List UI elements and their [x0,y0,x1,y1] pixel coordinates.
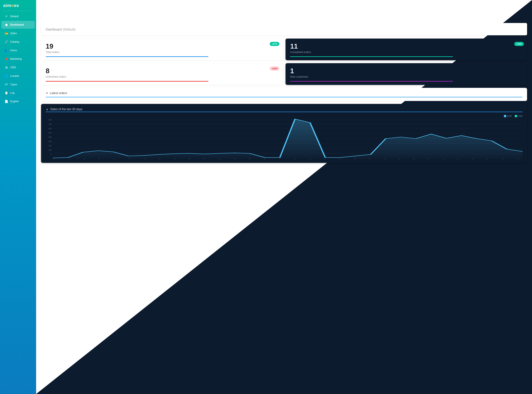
stat-unfinished-orders: 8 Unfinished orders +33% [41,63,283,85]
chevron-up-icon: ▲ [46,108,49,111]
y-label-500: 500 [46,132,52,134]
usd-dot [515,115,517,117]
x-label: May 10 [486,159,491,160]
sidebar-item-label: Catalog [10,40,19,43]
x-label: Apr 21 [203,159,208,160]
marketing-icon: 📣 [5,57,8,61]
sidebar-item-default[interactable]: ≡ Default [1,12,35,20]
x-label: May 11 [502,159,506,160]
stat-number: 8 [46,67,278,75]
sidebar-item-locales[interactable]: 🌐 Locales [1,72,35,80]
x-label: May 7 [442,159,446,160]
sidebar-item-label: Marketing [10,57,22,60]
stat-bar [290,56,453,57]
users-icon: 👥 [5,49,8,52]
chart-legend: EUR USD [46,115,522,117]
x-label: Apr 19 [173,159,178,160]
locales-icon: 🌐 [5,74,8,78]
sidebar-item-catalog[interactable]: 🔗 Catalog [1,38,35,46]
sidebar-item-label: Log [10,91,15,94]
x-label: May 1 [354,159,358,160]
stat-label: Unfinished orders [46,75,278,78]
x-label: Apr 16 [128,159,132,160]
grid-icon: ≡ [5,15,8,18]
y-label-0: 0 [46,153,52,155]
sidebar-item-marketing[interactable]: 📣 Marketing [1,55,35,63]
usd-label: USD [518,115,522,117]
sidebar-item-label: Default [10,15,19,18]
latest-orders-header[interactable]: ▼ Latest orders [46,91,522,95]
chart-divider [46,112,522,112]
sales-chart-panel: ▲ Sales of the last 30 days EUR USD 0 [41,104,527,163]
dashboard-icon: ◉ [5,23,8,27]
sidebar-item-sales[interactable]: 💳 Sales [1,29,35,37]
x-label: Apr 17 [143,159,147,160]
stat-number: 1 [290,67,522,75]
x-label: Apr 25 [264,159,268,160]
x-labels: Apr 11 Apr 12 Apr 13 Apr 14 Apr 15 Apr 1… [53,159,522,160]
x-label: Apr 23 [234,159,238,160]
chevron-down-icon: ▼ [46,92,48,95]
panel-divider [46,97,522,97]
x-label: Apr 13 [83,159,87,160]
stat-bar [46,81,208,82]
cms-icon: ⊞ [5,66,8,69]
stat-bar [46,56,208,57]
stat-badge: +27% [270,42,279,46]
sidebar-item-label: Sales [10,32,17,35]
english-icon: 📄 [5,100,8,103]
x-label: Apr 22 [219,159,223,160]
sidebar-item-log[interactable]: 📋 Log [1,89,35,97]
sidebar-item-label: Types [10,83,17,86]
chart-container: 0 100 200 300 400 500 600 700 800 [46,119,522,160]
chart-title: Sales of the last 30 days [50,108,83,111]
x-label: Apr 29 [324,159,328,160]
eur-label: EUR [507,115,512,117]
y-label-300: 300 [46,140,52,142]
sidebar-item-cms[interactable]: ⊞ CMS [1,63,35,71]
x-label: May 2 [369,159,373,160]
x-label: Apr 27 [294,159,298,160]
stat-badge: +22% [514,42,524,46]
y-label-100: 100 [46,149,52,151]
x-label: Apr 11 [53,159,57,160]
sidebar-item-label: CMS [10,66,16,69]
stat-bar [290,81,453,82]
sidebar-item-english[interactable]: 📄 English [1,98,35,105]
x-label: May 9 [472,159,476,160]
sidebar-item-types[interactable]: 🏷 Types [1,81,35,88]
latest-orders-panel: ▼ Latest orders [41,88,527,101]
legend-usd: USD [515,115,522,117]
page-title: Dashboard (Default) [46,27,522,32]
x-label: Apr 18 [158,159,162,160]
chart-header: ▲ Sales of the last 30 days [46,108,522,111]
log-icon: 📋 [5,91,8,95]
sidebar-item-dashboard[interactable]: ◉ Dashboard [1,21,35,29]
dashboard-header: Dashboard (Default) [41,23,527,35]
y-label-800: 800 [46,119,52,121]
stat-new-customers: 1 New customers [286,63,527,85]
x-label: May 4 [398,159,402,160]
sidebar: aimeos ≡ Default ◉ Dashboard 💳 Sales 🔗 C… [0,0,36,394]
stat-completed-orders: 11 Completed orders +22% [286,39,527,60]
stat-badge: +33% [270,67,279,71]
types-icon: 🏷 [5,83,8,86]
y-label-600: 600 [46,128,52,130]
x-label: Apr 15 [113,159,117,160]
y-label-400: 400 [46,136,52,138]
sales-icon: 💳 [5,31,8,35]
main-area: ☾ ⎋ Dashboard (Default) 19 Total orders … [36,0,532,394]
sidebar-item-users[interactable]: 👥 Users [1,47,35,54]
stat-total-orders: 19 Total orders +27% [41,39,283,60]
stat-number: 19 [46,42,278,50]
x-label: May 5 [413,159,417,160]
catalog-icon: 🔗 [5,40,8,44]
x-label: Apr 12 [68,159,72,160]
sidebar-item-label: Users [10,49,17,52]
x-label: May 6 [428,159,432,160]
logo-accent: e [11,3,14,8]
x-label: Apr 28 [309,159,313,160]
logo: aimeos [0,0,36,11]
x-label: May 8 [457,159,461,160]
y-label-700: 700 [46,123,52,125]
